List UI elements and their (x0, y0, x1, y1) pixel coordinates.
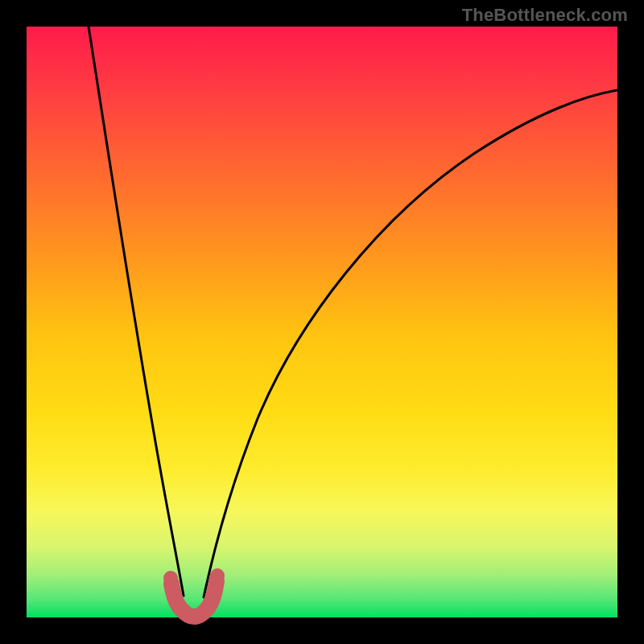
plot-background (27, 27, 617, 617)
valley-dot-left (163, 571, 178, 585)
valley-dot-right (210, 568, 225, 583)
chart-frame: TheBottleneck.com (0, 0, 644, 644)
chart-svg (0, 0, 644, 644)
watermark-text: TheBottleneck.com (462, 5, 628, 26)
